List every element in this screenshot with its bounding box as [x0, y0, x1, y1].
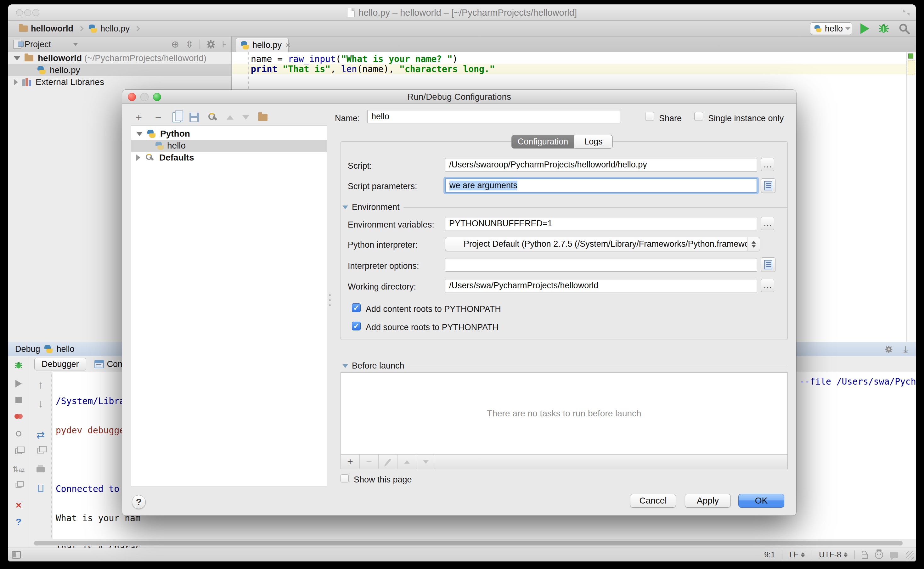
copy-configuration-icon[interactable]	[172, 113, 181, 122]
cancel-button[interactable]: Cancel	[630, 494, 676, 508]
search-everywhere-icon[interactable]	[898, 23, 910, 35]
fullscreen-icon[interactable]	[903, 9, 910, 16]
interpreter-combo[interactable]: Project Default (Python 2.7.5 (/System/L…	[445, 237, 760, 251]
move-task-down-icon[interactable]	[416, 455, 435, 469]
mute-breakpoints-icon[interactable]	[8, 431, 29, 438]
console-settings-icon[interactable]: ⇄	[29, 429, 52, 441]
help-button[interactable]: ?	[132, 495, 146, 509]
name-field[interactable]: hello	[367, 110, 620, 123]
project-panel-header[interactable]: Project ⊕ ⇳ ⊦	[8, 37, 232, 52]
expand-parameters-button[interactable]	[761, 178, 775, 193]
toggle-toolwindows-icon[interactable]	[12, 551, 21, 558]
remove-configuration-icon[interactable]: −	[153, 112, 164, 123]
share-checkbox[interactable]	[645, 112, 654, 121]
up-stack-frame-icon[interactable]: ↑	[29, 379, 52, 391]
debug-button[interactable]	[877, 23, 890, 34]
soft-wrap-icon[interactable]	[29, 448, 52, 455]
stop-process-icon[interactable]	[8, 397, 29, 405]
env-vars-field[interactable]: PYTHONUNBUFFERED=1	[445, 217, 757, 230]
apply-button[interactable]: Apply	[685, 494, 731, 508]
breadcrumb-file[interactable]: hello.py	[100, 24, 130, 33]
resume-program-icon[interactable]	[8, 380, 29, 389]
combo-stepper-icon[interactable]	[747, 237, 760, 251]
encoding-widget[interactable]: UTF-8	[819, 550, 848, 559]
window-titlebar[interactable]: hello.py – helloworld – [~/PycharmProjec…	[8, 5, 916, 21]
workdir-field[interactable]: /Users/swa/PycharmProjects/helloworld	[445, 279, 757, 292]
caret-position[interactable]: 9:1	[764, 550, 775, 559]
sort-alpha-icon[interactable]: ⇅az	[8, 465, 29, 474]
edit-defaults-icon[interactable]	[208, 113, 218, 122]
close-debug-icon[interactable]: ×	[8, 499, 29, 511]
add-content-roots-checkbox[interactable]: ✓	[352, 303, 361, 312]
tree-item-hello-py[interactable]: hello.py	[8, 64, 231, 76]
print-icon[interactable]	[29, 467, 52, 474]
clear-console-icon[interactable]	[29, 485, 52, 493]
env-vars-browse-button[interactable]: …	[761, 217, 774, 230]
highlighting-level-icon[interactable]	[875, 551, 883, 559]
move-up-icon[interactable]	[226, 115, 234, 120]
section-collapse-icon[interactable]	[342, 364, 348, 368]
console-horizontal-scrollbar[interactable]	[33, 541, 903, 546]
script-parameters-field[interactable]: we are arguments	[445, 178, 757, 193]
workdir-browse-button[interactable]: …	[761, 279, 774, 292]
before-launch-task-list[interactable]: There are no tasks to run before launch	[340, 372, 788, 455]
script-field[interactable]: /Users/swaroop/PycharmProjects/helloworl…	[445, 158, 757, 172]
editor-tab-hello-py[interactable]: hello.py ×	[236, 38, 289, 52]
show-this-page-checkbox[interactable]	[340, 474, 349, 482]
create-folder-icon[interactable]	[258, 114, 267, 121]
tree-group-defaults[interactable]: Defaults	[131, 152, 327, 164]
inspection-status-icon[interactable]	[908, 53, 913, 59]
collapse-all-icon[interactable]: ⇳	[185, 40, 193, 49]
restore-layout-icon[interactable]	[8, 449, 29, 455]
tree-item-root[interactable]: helloworld (~/PycharmProjects/helloworld…	[8, 52, 231, 64]
expanded-arrow-icon[interactable]	[14, 56, 20, 61]
locate-file-icon[interactable]: ⊕	[171, 40, 179, 49]
run-configuration-selector[interactable]: hello	[810, 22, 852, 35]
readonly-lock-icon[interactable]	[862, 554, 868, 559]
settings-gear-icon[interactable]	[206, 40, 216, 49]
expanded-arrow-icon[interactable]	[136, 132, 143, 136]
hide-debug-panel-icon[interactable]: ⤓	[904, 345, 908, 354]
panel-splitter[interactable]	[328, 294, 331, 313]
debug-help-icon[interactable]: ?	[8, 516, 29, 527]
tree-item-hello-config[interactable]: hello	[131, 140, 327, 152]
ok-button[interactable]: OK	[738, 494, 784, 508]
save-configuration-icon[interactable]	[190, 113, 199, 122]
script-browse-button[interactable]: …	[761, 158, 774, 171]
collapsed-arrow-icon[interactable]	[136, 155, 140, 161]
close-tab-icon[interactable]: ×	[286, 40, 290, 50]
single-instance-checkbox[interactable]	[694, 112, 703, 121]
rerun-bug-icon[interactable]	[8, 361, 29, 371]
view-breakpoints-icon[interactable]	[8, 414, 29, 420]
expand-interp-options-button[interactable]	[761, 257, 775, 272]
tree-item-external-libraries[interactable]: External Libraries	[8, 76, 231, 88]
chevron-down-icon[interactable]	[73, 43, 78, 46]
move-task-up-icon[interactable]	[398, 455, 416, 469]
environment-section-header[interactable]: Environment	[342, 202, 788, 212]
add-source-roots-checkbox[interactable]: ✓	[352, 322, 361, 330]
editor-error-stripe[interactable]	[906, 52, 916, 342]
interp-options-field[interactable]	[445, 258, 757, 272]
line-separator-widget[interactable]: LF	[789, 550, 805, 559]
remove-task-icon[interactable]: −	[360, 455, 378, 469]
tab-debugger[interactable]: Debugger	[34, 358, 86, 370]
pin-tab-icon[interactable]	[8, 482, 29, 489]
down-stack-frame-icon[interactable]: ↓	[29, 397, 52, 410]
collapsed-arrow-icon[interactable]	[14, 79, 18, 85]
before-launch-section-header[interactable]: Before launch	[342, 361, 788, 371]
add-task-icon[interactable]: +	[341, 455, 360, 469]
tab-configuration[interactable]: Configuration	[511, 135, 574, 149]
move-down-icon[interactable]	[242, 115, 249, 120]
add-configuration-icon[interactable]: +	[134, 112, 144, 123]
dialog-titlebar[interactable]: Run/Debug Configurations	[122, 90, 796, 104]
section-collapse-icon[interactable]	[342, 205, 348, 209]
debug-settings-gear-icon[interactable]	[884, 345, 893, 353]
tree-group-python[interactable]: Python	[131, 128, 327, 140]
tab-logs[interactable]: Logs	[574, 135, 613, 149]
run-button[interactable]	[860, 23, 869, 34]
hide-panel-icon[interactable]: ⊦	[222, 40, 227, 49]
event-log-bubble-icon[interactable]	[890, 552, 898, 558]
edit-task-icon[interactable]	[378, 455, 398, 469]
breadcrumb-project[interactable]: helloworld	[31, 24, 73, 33]
resize-grip[interactable]	[906, 551, 914, 560]
